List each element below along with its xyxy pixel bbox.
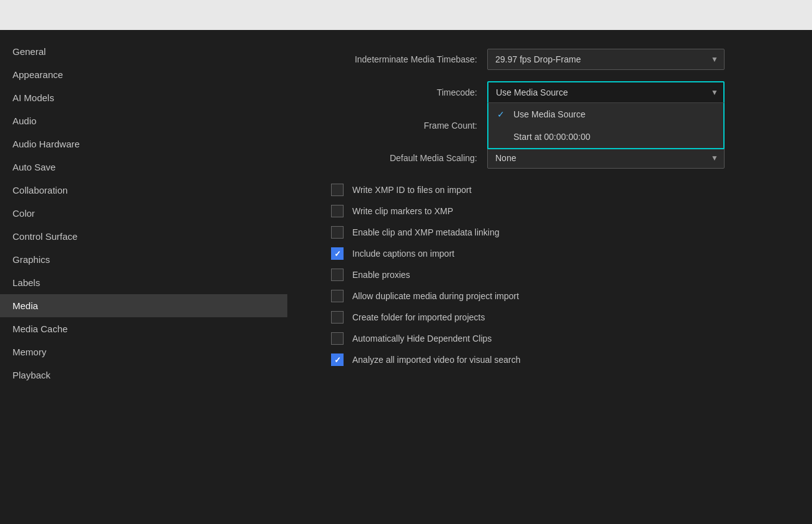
sidebar-item-media[interactable]: Media bbox=[0, 294, 287, 317]
checkbox-label-enable-clip-xmp: Enable clip and XMP metadata linking bbox=[352, 227, 500, 237]
checkbox-row-enable-proxies: Enable proxies bbox=[312, 269, 787, 281]
checkbox-include-captions[interactable]: ✓ bbox=[331, 247, 344, 260]
default-media-scaling-select[interactable]: NoneScale to Frame SizeSet to Frame Size bbox=[487, 147, 725, 169]
checkmark-icon: ✓ bbox=[334, 249, 341, 259]
sidebar-item-auto-save[interactable]: Auto Save bbox=[0, 156, 287, 179]
indeterminate-media-timebase-select[interactable]: 23.976 fps24 fps25 fps29.97 fps Drop-Fra… bbox=[487, 49, 725, 70]
checkbox-label-include-captions: Include captions on import bbox=[352, 249, 454, 259]
popup-item-label: Use Media Source bbox=[513, 109, 585, 119]
checkbox-label-create-folder: Create folder for imported projects bbox=[352, 312, 485, 322]
sidebar-item-collaboration[interactable]: Collaboration bbox=[0, 179, 287, 202]
checkbox-row-allow-duplicate-media: Allow duplicate media during project imp… bbox=[312, 290, 787, 302]
checkbox-analyze-video[interactable]: ✓ bbox=[331, 353, 344, 366]
timecode-select[interactable]: Use Media SourceStart at 00:00:00:00 bbox=[487, 81, 725, 104]
checkbox-row-analyze-video: ✓Analyze all imported video for visual s… bbox=[312, 353, 787, 366]
timecode-control: Use Media SourceStart at 00:00:00:00 ▼ ✓… bbox=[487, 81, 787, 104]
indeterminate-media-timebase-row: Indeterminate Media Timebase: 23.976 fps… bbox=[312, 49, 787, 70]
popup-item-use-media-source[interactable]: ✓Use Media Source bbox=[488, 103, 723, 126]
checkbox-row-include-captions: ✓Include captions on import bbox=[312, 247, 787, 260]
popup-item-start-at[interactable]: Start at 00:00:00:00 bbox=[488, 126, 723, 148]
sidebar-item-color[interactable]: Color bbox=[0, 202, 287, 225]
checkbox-label-write-clip-markers: Write clip markers to XMP bbox=[352, 206, 453, 216]
sidebar-item-playback[interactable]: Playback bbox=[0, 363, 287, 387]
sidebar-item-memory[interactable]: Memory bbox=[0, 340, 287, 363]
popup-item-label: Start at 00:00:00:00 bbox=[513, 132, 590, 142]
checkbox-row-create-folder: Create folder for imported projects bbox=[312, 311, 787, 324]
timecode-dropdown-wrapper: Use Media SourceStart at 00:00:00:00 ▼ ✓… bbox=[487, 81, 725, 104]
checkbox-row-enable-clip-xmp: Enable clip and XMP metadata linking bbox=[312, 226, 787, 239]
checkbox-write-clip-markers[interactable] bbox=[331, 205, 344, 217]
default-media-scaling-control: NoneScale to Frame SizeSet to Frame Size… bbox=[487, 147, 787, 169]
timecode-dropdown-popup: ✓Use Media SourceStart at 00:00:00:00 bbox=[487, 102, 725, 149]
sidebar-item-appearance[interactable]: Appearance bbox=[0, 63, 287, 86]
sidebar-item-control-surface[interactable]: Control Surface bbox=[0, 225, 287, 248]
checkbox-label-write-xmp-id: Write XMP ID to files on import bbox=[352, 185, 472, 195]
sidebar-item-ai-models[interactable]: AI Models bbox=[0, 86, 287, 109]
sidebar-item-general[interactable]: General bbox=[0, 40, 287, 63]
timecode-label: Timecode: bbox=[312, 87, 487, 97]
checkboxes-section: Write XMP ID to files on importWrite cli… bbox=[312, 184, 787, 366]
checkbox-allow-duplicate-media[interactable] bbox=[331, 290, 344, 302]
content-area: Indeterminate Media Timebase: 23.976 fps… bbox=[287, 30, 812, 524]
checkbox-row-write-clip-markers: Write clip markers to XMP bbox=[312, 205, 787, 217]
checkbox-create-folder[interactable] bbox=[331, 311, 344, 324]
checkmark-icon: ✓ bbox=[334, 355, 341, 365]
checkbox-row-auto-hide-dependent: Automatically Hide Dependent Clips bbox=[312, 332, 787, 345]
checkbox-auto-hide-dependent[interactable] bbox=[331, 332, 344, 345]
checkbox-label-auto-hide-dependent: Automatically Hide Dependent Clips bbox=[352, 334, 492, 344]
checkbox-label-enable-proxies: Enable proxies bbox=[352, 270, 410, 280]
sidebar: GeneralAppearanceAI ModelsAudioAudio Har… bbox=[0, 30, 287, 524]
default-media-scaling-label: Default Media Scaling: bbox=[312, 153, 487, 163]
sidebar-item-audio[interactable]: Audio bbox=[0, 109, 287, 132]
checkbox-label-analyze-video: Analyze all imported video for visual se… bbox=[352, 355, 520, 365]
frame-count-label: Frame Count: bbox=[312, 121, 487, 131]
checkbox-enable-clip-xmp[interactable] bbox=[331, 226, 344, 239]
sidebar-item-media-cache[interactable]: Media Cache bbox=[0, 317, 287, 340]
indeterminate-media-timebase-label: Indeterminate Media Timebase: bbox=[312, 54, 487, 64]
timecode-row: Timecode: Use Media SourceStart at 00:00… bbox=[312, 81, 787, 104]
checkbox-row-write-xmp-id: Write XMP ID to files on import bbox=[312, 184, 787, 196]
sidebar-item-labels[interactable]: Labels bbox=[0, 271, 287, 294]
checkbox-enable-proxies[interactable] bbox=[331, 269, 344, 281]
checkbox-label-allow-duplicate-media: Allow duplicate media during project imp… bbox=[352, 291, 519, 301]
indeterminate-media-timebase-control: 23.976 fps24 fps25 fps29.97 fps Drop-Fra… bbox=[487, 49, 787, 70]
sidebar-item-graphics[interactable]: Graphics bbox=[0, 248, 287, 271]
default-media-scaling-row: Default Media Scaling: NoneScale to Fram… bbox=[312, 147, 787, 169]
sidebar-item-audio-hardware[interactable]: Audio Hardware bbox=[0, 132, 287, 156]
check-icon: ✓ bbox=[497, 109, 507, 119]
checkbox-write-xmp-id[interactable] bbox=[331, 184, 344, 196]
